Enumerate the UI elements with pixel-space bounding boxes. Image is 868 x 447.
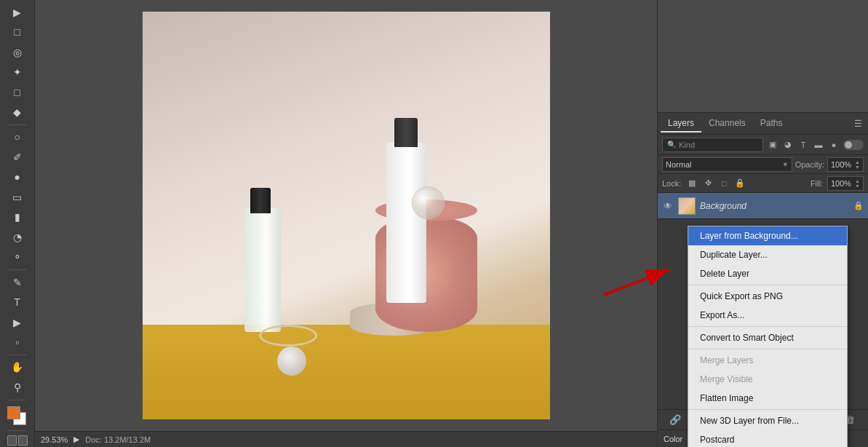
white-bottle bbox=[386, 143, 426, 303]
lock-all-icon[interactable]: 🔒 bbox=[733, 177, 746, 190]
tool-zoom[interactable]: ⚲ bbox=[7, 378, 28, 396]
status-bar: 29.53% ▶ Doc: 13.2M/13.2M bbox=[35, 431, 657, 447]
blend-mode-dropdown[interactable]: Normal ▼ bbox=[662, 157, 792, 172]
tool-clone[interactable]: ● bbox=[7, 168, 28, 186]
context-menu-sep-2 bbox=[688, 326, 847, 327]
context-menu-delete-layer[interactable]: Delete Layer bbox=[688, 264, 847, 283]
context-menu-sep-3 bbox=[688, 349, 847, 349]
context-menu-export-as[interactable]: Export As... bbox=[688, 306, 847, 325]
fill-label: Fill: bbox=[811, 179, 823, 188]
canvas-wrapper: 29.53% ▶ Doc: 13.2M/13.2M bbox=[35, 0, 657, 447]
opacity-input[interactable]: 100% ▲ ▼ bbox=[827, 157, 864, 172]
lock-icons: ▩ ✥ □ 🔒 bbox=[685, 177, 746, 190]
lock-pixels-icon[interactable]: ▩ bbox=[685, 177, 698, 190]
filter-type-icon[interactable]: T bbox=[797, 138, 810, 151]
context-menu-sep-4 bbox=[688, 409, 847, 410]
context-menu-quick-export[interactable]: Quick Export as PNG bbox=[688, 287, 847, 306]
canvas-container bbox=[35, 0, 657, 431]
context-menu: Layer from Background... Duplicate Layer… bbox=[688, 226, 848, 447]
context-menu-layer-from-background[interactable]: Layer from Background... bbox=[688, 226, 847, 245]
tool-move[interactable]: ▶ bbox=[7, 3, 28, 21]
search-icon: 🔍 bbox=[667, 141, 676, 149]
context-menu-new-3d[interactable]: New 3D Layer from File... bbox=[688, 411, 847, 430]
fill-arrows: ▲ ▼ bbox=[855, 178, 860, 189]
panel-tabs: Layers Channels Paths ☰ bbox=[658, 113, 868, 135]
panel-menu-icon[interactable]: ☰ bbox=[851, 116, 865, 132]
opacity-arrows: ▲ ▼ bbox=[855, 159, 860, 170]
tool-eyedropper[interactable]: ◆ bbox=[7, 103, 28, 121]
color-swatch[interactable] bbox=[7, 406, 28, 424]
opacity-value-text: 100% bbox=[831, 160, 851, 169]
filter-shape-icon[interactable]: ▬ bbox=[812, 138, 825, 151]
arrow-indicator bbox=[597, 258, 684, 302]
tool-text[interactable]: T bbox=[7, 293, 28, 311]
rope-decoration bbox=[259, 325, 317, 347]
tab-layers[interactable]: Layers bbox=[661, 115, 701, 132]
toolbar-divider-3 bbox=[9, 355, 26, 355]
tool-hand[interactable]: ✋ bbox=[7, 358, 28, 376]
filter-pixel-icon[interactable]: ▣ bbox=[766, 138, 779, 151]
context-menu-convert-smart[interactable]: Convert to Smart Object bbox=[688, 328, 847, 347]
blend-mode-arrow-icon: ▼ bbox=[782, 161, 789, 168]
toolbar-divider-4 bbox=[9, 400, 26, 400]
tool-brush[interactable]: ✐ bbox=[7, 148, 28, 166]
filter-adjustment-icon[interactable]: ◕ bbox=[781, 138, 795, 151]
lock-row: Lock: ▩ ✥ □ 🔒 Fill: 100% ▲ ▼ bbox=[658, 174, 868, 193]
filter-smart-icon[interactable]: ● bbox=[827, 138, 840, 151]
context-menu-flatten[interactable]: Flatten Image bbox=[688, 389, 847, 408]
foreground-color[interactable] bbox=[7, 406, 20, 419]
tab-paths[interactable]: Paths bbox=[753, 115, 790, 132]
tool-pen[interactable]: ✎ bbox=[7, 273, 28, 291]
lock-artboard-icon[interactable]: □ bbox=[717, 177, 730, 190]
tool-crop[interactable]: □ bbox=[7, 83, 28, 101]
filter-toggle-dot bbox=[845, 141, 852, 149]
layer-filter-row: 🔍 Kind ▣ ◕ T ▬ ● bbox=[658, 135, 868, 155]
toolbar-divider-5 bbox=[9, 430, 26, 431]
layer-name: Background bbox=[700, 201, 849, 211]
small-bottle-cap bbox=[250, 188, 271, 213]
screen-mode-icon[interactable] bbox=[18, 435, 28, 446]
context-menu-merge-layers: Merge Layers bbox=[688, 351, 847, 370]
blend-mode-value: Normal bbox=[666, 160, 782, 169]
yellow-base bbox=[143, 325, 550, 419]
tab-channels[interactable]: Channels bbox=[701, 115, 753, 132]
tool-dodge[interactable]: ⚬ bbox=[7, 248, 28, 266]
link-layers-button[interactable]: 🔗 bbox=[667, 412, 683, 428]
fill-value-text: 100% bbox=[831, 179, 851, 188]
left-toolbar: ▶ □ ◎ ✦ □ ◆ ○ ✐ ● ▭ ▮ ◔ ⚬ ✎ T ▶ ▫ ✋ ⚲ bbox=[0, 0, 35, 447]
blend-mode-row: Normal ▼ Opacity: 100% ▲ ▼ bbox=[658, 155, 868, 174]
filter-icons: ▣ ◕ T ▬ ● bbox=[766, 138, 840, 151]
layer-item-background[interactable]: 👁 Background 🔒 bbox=[658, 193, 868, 219]
context-menu-duplicate-layer[interactable]: Duplicate Layer... bbox=[688, 245, 847, 264]
status-arrow[interactable]: ▶ bbox=[73, 435, 79, 444]
right-top-area bbox=[658, 0, 868, 113]
tool-eraser[interactable]: ▭ bbox=[7, 188, 28, 206]
tool-gradient[interactable]: ▮ bbox=[7, 208, 28, 226]
context-menu-postcard[interactable]: Postcard bbox=[688, 430, 847, 447]
lock-label: Lock: bbox=[662, 179, 681, 188]
context-menu-merge-visible: Merge Visible bbox=[688, 370, 847, 389]
toolbar-divider-1 bbox=[9, 124, 26, 125]
fill-input[interactable]: 100% ▲ ▼ bbox=[827, 176, 864, 191]
crystal-ball bbox=[412, 186, 445, 219]
opacity-label: Opacity: bbox=[795, 160, 824, 169]
tab-color[interactable]: Color bbox=[664, 435, 682, 443]
zoom-level: 29.53% bbox=[41, 435, 68, 444]
tool-healing[interactable]: ○ bbox=[7, 128, 28, 146]
lock-position-icon[interactable]: ✥ bbox=[701, 177, 714, 190]
tool-blur[interactable]: ◔ bbox=[7, 228, 28, 246]
layer-lock-icon: 🔒 bbox=[853, 201, 864, 210]
layer-visibility-icon[interactable]: 👁 bbox=[662, 200, 674, 212]
small-bottle bbox=[244, 208, 281, 332]
tool-shape[interactable]: ▫ bbox=[7, 333, 28, 351]
tool-path-select[interactable]: ▶ bbox=[7, 313, 28, 331]
tool-magic-wand[interactable]: ✦ bbox=[7, 63, 28, 81]
tool-marquee[interactable]: □ bbox=[7, 23, 28, 41]
quick-mask-icon[interactable] bbox=[7, 435, 17, 446]
filter-search[interactable]: 🔍 Kind bbox=[662, 138, 763, 152]
pearl-ball bbox=[277, 347, 306, 376]
canvas-image bbox=[143, 12, 550, 419]
photo-background bbox=[143, 12, 550, 419]
tool-lasso[interactable]: ◎ bbox=[7, 43, 28, 61]
filter-toggle[interactable] bbox=[843, 140, 864, 150]
